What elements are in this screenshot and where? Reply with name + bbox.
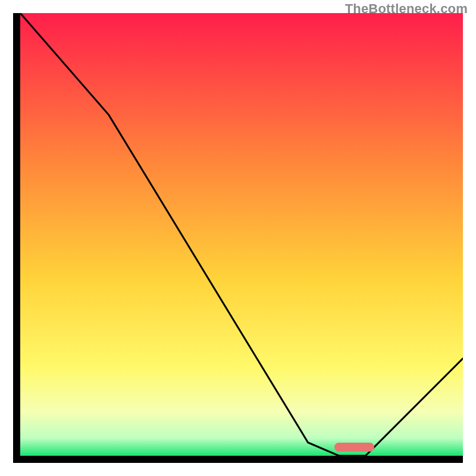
plot-area xyxy=(20,13,463,456)
gradient-background xyxy=(20,13,463,456)
x-axis xyxy=(13,456,463,463)
chart-stage: TheBottleneck.com xyxy=(0,0,476,476)
y-axis xyxy=(13,13,20,463)
plot-svg xyxy=(20,13,463,456)
optimal-range-marker xyxy=(334,443,374,452)
